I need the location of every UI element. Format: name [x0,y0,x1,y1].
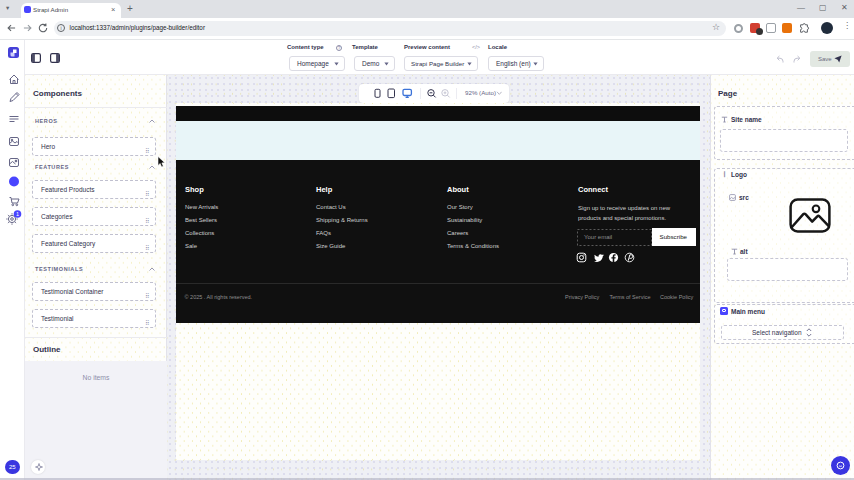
svg-text:1: 1 [16,211,19,217]
svg-text:92% (Auto): 92% (Auto) [465,89,496,96]
